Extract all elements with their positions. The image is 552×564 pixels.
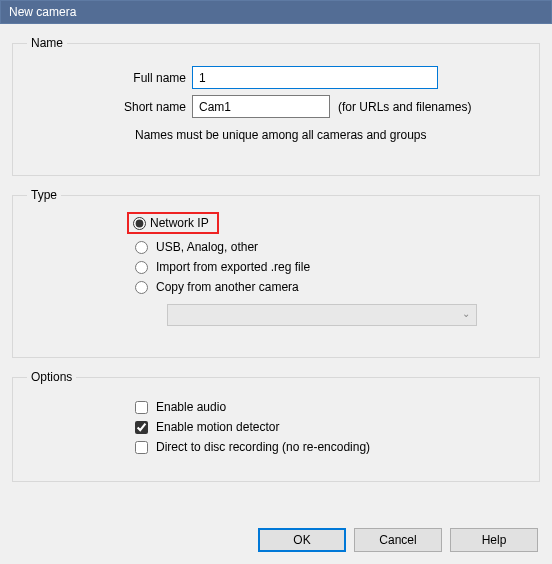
check-direct-disc[interactable]	[135, 441, 148, 454]
full-name-input[interactable]	[192, 66, 438, 89]
copy-source-combo: ⌄	[167, 304, 477, 326]
highlight-network-ip: Network IP	[127, 212, 219, 234]
button-row: OK Cancel Help	[258, 528, 538, 552]
check-enable-motion-label[interactable]: Enable motion detector	[156, 420, 279, 434]
radio-network-ip-label[interactable]: Network IP	[150, 216, 209, 230]
check-enable-audio-label[interactable]: Enable audio	[156, 400, 226, 414]
check-enable-audio[interactable]	[135, 401, 148, 414]
group-options: Options Enable audio Enable motion detec…	[12, 370, 540, 482]
chevron-down-icon: ⌄	[462, 308, 470, 319]
ok-button[interactable]: OK	[258, 528, 346, 552]
group-type: Type Network IP USB, Analog, other Impor…	[12, 188, 540, 358]
radio-import-reg[interactable]	[135, 261, 148, 274]
window-title: New camera	[9, 5, 76, 19]
group-type-legend: Type	[27, 188, 61, 202]
row-short-name: Short name (for URLs and filenames)	[27, 95, 525, 118]
title-bar: New camera	[0, 0, 552, 24]
check-enable-motion[interactable]	[135, 421, 148, 434]
uniqueness-note: Names must be unique among all cameras a…	[135, 128, 525, 142]
radio-import-reg-label[interactable]: Import from exported .reg file	[156, 260, 310, 274]
radio-copy-camera[interactable]	[135, 281, 148, 294]
radio-usb-analog[interactable]	[135, 241, 148, 254]
dialog-body: Name Full name Short name (for URLs and …	[0, 24, 552, 564]
full-name-label: Full name	[27, 71, 192, 85]
radio-usb-analog-label[interactable]: USB, Analog, other	[156, 240, 258, 254]
check-direct-disc-label[interactable]: Direct to disc recording (no re-encoding…	[156, 440, 370, 454]
radio-network-ip[interactable]	[133, 217, 146, 230]
group-name: Name Full name Short name (for URLs and …	[12, 36, 540, 176]
row-full-name: Full name	[27, 66, 525, 89]
help-button[interactable]: Help	[450, 528, 538, 552]
radio-copy-camera-label[interactable]: Copy from another camera	[156, 280, 299, 294]
short-name-input[interactable]	[192, 95, 330, 118]
short-name-label: Short name	[27, 100, 192, 114]
cancel-button[interactable]: Cancel	[354, 528, 442, 552]
short-name-hint: (for URLs and filenames)	[338, 100, 471, 114]
group-options-legend: Options	[27, 370, 76, 384]
group-name-legend: Name	[27, 36, 67, 50]
